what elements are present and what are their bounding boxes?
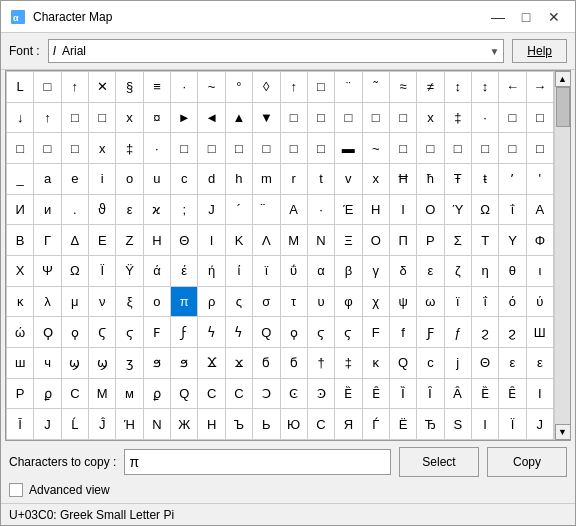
char-cell[interactable]: x bbox=[363, 164, 390, 195]
char-cell[interactable]: μ bbox=[62, 287, 89, 318]
char-cell[interactable]: □ bbox=[253, 133, 280, 164]
char-cell[interactable]: . bbox=[62, 195, 89, 226]
char-cell[interactable]: ϣ bbox=[62, 348, 89, 379]
scroll-track[interactable] bbox=[555, 87, 570, 424]
char-cell[interactable]: □ bbox=[62, 103, 89, 134]
char-cell[interactable]: ▲ bbox=[226, 103, 253, 134]
char-cell[interactable]: Κ bbox=[226, 225, 253, 256]
char-cell[interactable]: Ϋ bbox=[116, 256, 143, 287]
char-cell[interactable]: u bbox=[144, 164, 171, 195]
advanced-checkbox[interactable] bbox=[9, 483, 23, 497]
char-cell[interactable]: Π bbox=[390, 225, 417, 256]
char-cell[interactable]: □ bbox=[527, 103, 554, 134]
char-cell[interactable]: Ύ bbox=[445, 195, 472, 226]
char-cell[interactable]: ε bbox=[527, 348, 554, 379]
scroll-thumb[interactable] bbox=[556, 87, 570, 127]
chars-input[interactable] bbox=[124, 449, 391, 475]
char-cell[interactable]: Δ bbox=[62, 225, 89, 256]
char-cell[interactable]: И bbox=[7, 195, 34, 226]
char-cell[interactable]: ↑ bbox=[281, 72, 308, 103]
char-cell[interactable]: ϑ bbox=[89, 195, 116, 226]
char-cell[interactable]: J bbox=[198, 195, 225, 226]
char-cell[interactable]: Ж bbox=[171, 409, 198, 440]
char-cell[interactable]: ° bbox=[226, 72, 253, 103]
char-cell[interactable]: Ƒ bbox=[417, 317, 444, 348]
char-cell[interactable]: ≠ bbox=[417, 72, 444, 103]
char-cell[interactable]: x bbox=[89, 133, 116, 164]
char-cell[interactable]: Ρ bbox=[7, 379, 34, 410]
char-cell[interactable]: ω bbox=[417, 287, 444, 318]
char-cell[interactable]: Ј bbox=[527, 409, 554, 440]
help-button[interactable]: Help bbox=[512, 39, 567, 63]
char-cell[interactable]: Ŧ bbox=[445, 164, 472, 195]
char-cell[interactable]: □ bbox=[281, 103, 308, 134]
char-cell[interactable]: · bbox=[472, 103, 499, 134]
char-cell[interactable]: ← bbox=[499, 72, 526, 103]
char-cell[interactable]: † bbox=[308, 348, 335, 379]
char-cell[interactable]: π bbox=[171, 287, 198, 318]
char-cell[interactable]: Ѓ bbox=[363, 409, 390, 440]
char-cell[interactable]: С bbox=[226, 379, 253, 410]
char-cell[interactable]: ϩ bbox=[472, 317, 499, 348]
char-cell[interactable]: ; bbox=[171, 195, 198, 226]
char-cell[interactable]: Ο bbox=[363, 225, 390, 256]
char-cell[interactable]: ŧ bbox=[472, 164, 499, 195]
char-cell[interactable]: ħ bbox=[417, 164, 444, 195]
char-cell[interactable]: Ȇ bbox=[499, 379, 526, 410]
char-cell[interactable]: ϰ bbox=[144, 195, 171, 226]
char-cell[interactable]: □ bbox=[499, 103, 526, 134]
select-button[interactable]: Select bbox=[399, 447, 479, 477]
char-cell[interactable]: I bbox=[527, 379, 554, 410]
char-cell[interactable]: Ĵ bbox=[89, 409, 116, 440]
char-cell[interactable]: Ω bbox=[62, 256, 89, 287]
char-cell[interactable]: ώ bbox=[7, 317, 34, 348]
char-cell[interactable]: Ш bbox=[527, 317, 554, 348]
char-cell[interactable]: С bbox=[198, 379, 225, 410]
char-cell[interactable]: J bbox=[34, 409, 61, 440]
char-cell[interactable]: □ bbox=[390, 103, 417, 134]
char-cell[interactable]: ϙ bbox=[281, 317, 308, 348]
char-cell[interactable]: ψ bbox=[390, 287, 417, 318]
char-cell[interactable]: L bbox=[7, 72, 34, 103]
char-cell[interactable]: Ή bbox=[116, 409, 143, 440]
char-cell[interactable]: Ρ bbox=[417, 225, 444, 256]
char-cell[interactable]: Ȅ bbox=[472, 379, 499, 410]
char-cell[interactable]: Ī bbox=[7, 409, 34, 440]
char-cell[interactable]: Ё bbox=[390, 409, 417, 440]
char-cell[interactable]: · bbox=[308, 195, 335, 226]
char-cell[interactable]: ϛ bbox=[308, 317, 335, 348]
char-cell[interactable]: С bbox=[308, 409, 335, 440]
char-cell[interactable]: ν bbox=[89, 287, 116, 318]
char-cell[interactable]: Α bbox=[281, 195, 308, 226]
char-cell[interactable]: Λ bbox=[253, 225, 280, 256]
char-cell[interactable]: Α bbox=[527, 195, 554, 226]
char-cell[interactable]: □ bbox=[34, 72, 61, 103]
char-cell[interactable]: ε bbox=[417, 256, 444, 287]
char-cell[interactable]: λ bbox=[34, 287, 61, 318]
char-cell[interactable]: ↕ bbox=[472, 72, 499, 103]
char-cell[interactable]: m bbox=[253, 164, 280, 195]
char-cell[interactable]: ¤ bbox=[144, 103, 171, 134]
char-cell[interactable]: Ο bbox=[417, 195, 444, 226]
char-cell[interactable]: □ bbox=[226, 133, 253, 164]
char-cell[interactable]: Ͽ bbox=[308, 379, 335, 410]
char-cell[interactable]: Ε bbox=[89, 225, 116, 256]
char-cell[interactable]: Ξ bbox=[335, 225, 362, 256]
char-cell[interactable]: e bbox=[62, 164, 89, 195]
char-cell[interactable]: ˜ bbox=[363, 72, 390, 103]
char-cell[interactable]: ά bbox=[144, 256, 171, 287]
char-cell[interactable]: □ bbox=[34, 133, 61, 164]
char-cell[interactable]: ´ bbox=[226, 195, 253, 226]
char-cell[interactable]: ε bbox=[116, 195, 143, 226]
char-cell[interactable]: κ bbox=[7, 287, 34, 318]
char-cell[interactable]: Ͼ bbox=[281, 379, 308, 410]
char-cell[interactable]: ¨ bbox=[335, 72, 362, 103]
char-cell[interactable]: ' bbox=[527, 164, 554, 195]
char-cell[interactable]: Χ bbox=[7, 256, 34, 287]
char-cell[interactable]: t bbox=[308, 164, 335, 195]
char-cell[interactable]: □ bbox=[198, 133, 225, 164]
char-cell[interactable]: ~ bbox=[363, 133, 390, 164]
char-cell[interactable]: ‡ bbox=[116, 133, 143, 164]
char-cell[interactable]: ~ bbox=[198, 72, 225, 103]
char-cell[interactable]: j bbox=[445, 348, 472, 379]
